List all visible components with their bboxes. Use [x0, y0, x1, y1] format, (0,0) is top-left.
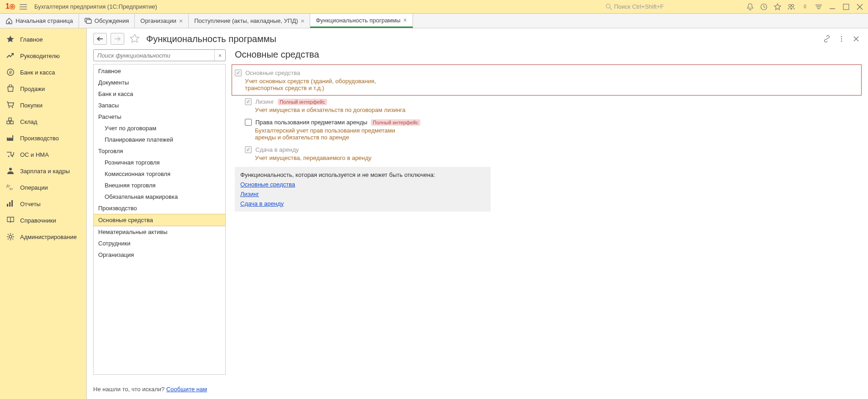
- settings-lines-icon[interactable]: [813, 1, 824, 12]
- category-item[interactable]: Расчеты: [94, 111, 225, 122]
- detail-panel: Основные средства Основные средстваУчет …: [232, 49, 862, 375]
- sidebar-item[interactable]: Отчеты: [0, 196, 86, 212]
- sidebar-item[interactable]: Продажи: [0, 80, 86, 97]
- close-page-icon[interactable]: [851, 33, 862, 44]
- person-icon: [6, 167, 15, 175]
- svg-point-9: [9, 107, 10, 108]
- locked-info-title: Функциональность, которая используется и…: [240, 171, 435, 178]
- sidebar-item[interactable]: Руководителю: [0, 48, 86, 64]
- tab[interactable]: Поступление (акты, накладные, УПД)×: [189, 14, 310, 28]
- sidebar-item[interactable]: Зарплата и кадры: [0, 163, 86, 179]
- locked-feature-link[interactable]: Сдача в аренду: [240, 200, 485, 207]
- category-item[interactable]: Торговля: [94, 145, 225, 157]
- sidebar-item[interactable]: Склад: [0, 113, 86, 130]
- app-logo: 1ⓔ: [3, 2, 18, 11]
- category-item[interactable]: Главное: [94, 65, 225, 77]
- sidebar-item[interactable]: Покупки: [0, 97, 86, 113]
- option-block: Основные средстваУчет основных средств (…: [232, 64, 862, 96]
- svg-rect-19: [7, 204, 8, 207]
- more-icon[interactable]: [836, 33, 847, 44]
- forward-button[interactable]: [111, 33, 124, 45]
- tab[interactable]: Обсуждения: [79, 14, 135, 28]
- history-icon[interactable]: [758, 1, 769, 12]
- category-item[interactable]: Запасы: [94, 100, 225, 111]
- bell-icon[interactable]: [745, 1, 756, 12]
- sidebar-item[interactable]: ОС и НМА: [0, 146, 86, 163]
- locked-feature-link[interactable]: Основные средства: [240, 181, 485, 188]
- sidebar-item[interactable]: Производство: [0, 130, 86, 146]
- category-item[interactable]: Планирование платежей: [94, 134, 225, 145]
- maximize-icon[interactable]: [841, 1, 852, 12]
- option-description: Учет имущества, передаваемого в аренду: [245, 154, 409, 161]
- category-item[interactable]: Производство: [94, 202, 225, 214]
- users-icon[interactable]: [786, 1, 797, 12]
- search-clear-button[interactable]: ×: [214, 50, 225, 61]
- option-description: Учет имущества и обязательств по договор…: [245, 106, 409, 113]
- app-title: Бухгалтерия предприятия (1С:Предприятие): [29, 3, 157, 10]
- cart-icon: [6, 101, 15, 109]
- function-search-input[interactable]: [94, 50, 214, 61]
- svg-text:Кт: Кт: [10, 187, 13, 191]
- option-block: Права пользования предметами арендыПолны…: [235, 119, 862, 141]
- svg-rect-20: [9, 202, 11, 207]
- sidebar-item[interactable]: Администрирование: [0, 229, 86, 245]
- link-icon[interactable]: [821, 33, 832, 44]
- sidebar-item-label: Склад: [20, 118, 37, 125]
- svg-rect-13: [9, 118, 11, 121]
- content-header: Функциональность программы: [87, 28, 868, 49]
- sidebar-item-label: Продажи: [20, 85, 45, 92]
- tab-label: Начальная страница: [16, 17, 73, 24]
- sidebar-item-label: Производство: [20, 135, 59, 142]
- tab[interactable]: Функциональность программы×: [310, 14, 413, 28]
- tab[interactable]: Начальная страница: [0, 14, 79, 28]
- sidebar-item-label: Главное: [20, 36, 43, 43]
- close-window-icon[interactable]: [854, 1, 865, 12]
- footer-note: Не нашли то, что искали? Сообщите нам: [93, 381, 862, 393]
- category-item[interactable]: Учет по договорам: [94, 122, 225, 134]
- sidebar-item[interactable]: ₽Банк и касса: [0, 64, 86, 80]
- back-button[interactable]: [93, 33, 107, 45]
- category-item[interactable]: Комиссионная торговля: [94, 168, 225, 180]
- main-menu-button[interactable]: [18, 1, 29, 12]
- category-item[interactable]: Обязательная маркировка: [94, 191, 225, 202]
- category-item[interactable]: Документы: [94, 77, 225, 88]
- svg-rect-12: [11, 121, 13, 124]
- tab-close-icon[interactable]: ×: [403, 17, 407, 23]
- category-item[interactable]: Внешняя торговля: [94, 180, 225, 191]
- category-item[interactable]: Организация: [94, 249, 225, 261]
- category-item[interactable]: Нематериальные активы: [94, 226, 225, 238]
- tab[interactable]: Организации×: [135, 14, 189, 28]
- option-checkbox: [245, 98, 252, 105]
- sidebar-item[interactable]: ДтКтОперации: [0, 179, 86, 196]
- boxes-icon: [6, 117, 15, 126]
- sidebar-item-label: Администрирование: [20, 234, 77, 240]
- svg-rect-11: [7, 121, 10, 124]
- dtkt-icon: ДтКт: [6, 183, 15, 192]
- category-item[interactable]: Банк и касса: [94, 88, 225, 100]
- category-item[interactable]: Сотрудники: [94, 238, 225, 249]
- star-icon[interactable]: [772, 1, 783, 12]
- tab-label: Функциональность программы: [316, 17, 400, 24]
- option-label: Лизинг: [255, 98, 274, 105]
- category-list[interactable]: ГлавноеДокументыБанк и кассаЗапасыРасчет…: [93, 64, 226, 375]
- category-item[interactable]: Розничная торговля: [94, 157, 225, 168]
- bag-icon: [6, 85, 15, 93]
- sidebar-item[interactable]: Справочники: [0, 212, 86, 229]
- function-search[interactable]: ×: [93, 49, 226, 61]
- sidebar-item[interactable]: Главное: [0, 31, 86, 48]
- svg-point-15: [12, 156, 13, 157]
- minimize-icon[interactable]: [827, 1, 838, 12]
- favorite-toggle[interactable]: [130, 34, 140, 44]
- global-search[interactable]: Поиск Ctrl+Shift+F: [603, 2, 740, 12]
- tab-close-icon[interactable]: ×: [179, 18, 183, 24]
- option-description: Бухгалтерский учет прав пользования пред…: [245, 127, 409, 141]
- category-item[interactable]: Основные средства: [94, 214, 225, 226]
- titlebar: 1ⓔ Бухгалтерия предприятия (1С:Предприят…: [0, 0, 868, 14]
- tab-close-icon[interactable]: ×: [301, 18, 304, 24]
- option-checkbox[interactable]: [245, 119, 252, 126]
- global-search-placeholder: Поиск Ctrl+Shift+F: [614, 3, 664, 10]
- option-label: Права пользования предметами аренды: [255, 119, 367, 126]
- footer-feedback-link[interactable]: Сообщите нам: [166, 386, 207, 393]
- sidebar-item-label: Покупки: [20, 102, 42, 109]
- locked-feature-link[interactable]: Лизинг: [240, 191, 485, 197]
